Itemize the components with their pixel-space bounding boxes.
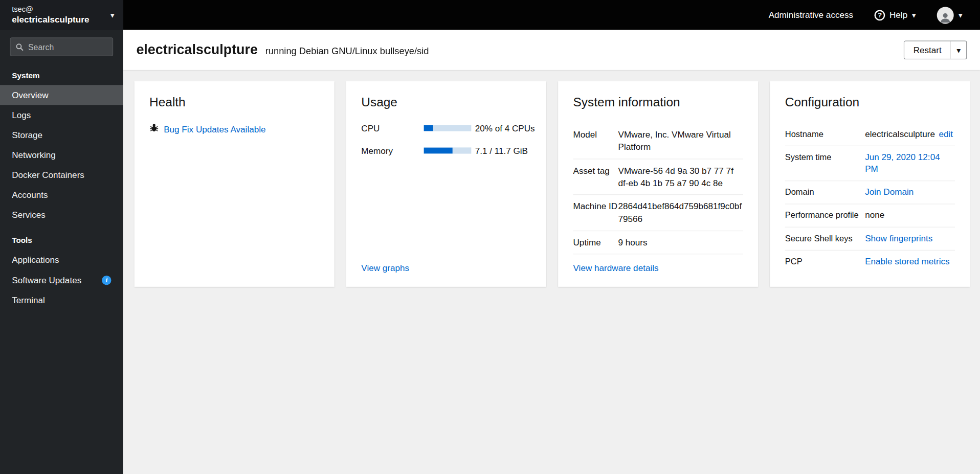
health-updates-item: Bug Fix Updates Available — [149, 123, 319, 135]
restart-split-button: Restart ▾ — [904, 40, 967, 59]
masthead: Administrative access ? Help ▾ ▾ — [123, 0, 980, 30]
row-label: System time — [785, 152, 865, 164]
nav-section-tools: Tools — [0, 225, 123, 250]
join-domain-link[interactable]: Join Domain — [865, 186, 914, 198]
sidebar-item-services[interactable]: Services — [0, 205, 123, 225]
row-label: Hostname — [785, 129, 865, 141]
row-label: Domain — [785, 187, 865, 198]
row-value: 9 hours — [618, 236, 743, 249]
sidebar-item-label: Software Updates — [12, 275, 81, 285]
table-row-asset-tag: Asset tag VMware-56 4d 9a 30 b7 77 7f df… — [573, 159, 743, 195]
show-fingerprints-link[interactable]: Show fingerprints — [865, 232, 932, 244]
row-value: VMware-56 4d 9a 30 b7 77 7f df-eb 4b 1b … — [618, 164, 743, 190]
sidebar-item-software-updates[interactable]: Software Updates i — [0, 270, 123, 290]
sidebar-item-networking[interactable]: Networking — [0, 145, 123, 165]
row-label: Uptime — [573, 236, 618, 249]
chevron-down-icon: ▾ — [912, 11, 916, 19]
cpu-label: CPU — [361, 123, 424, 133]
chevron-down-icon: ▾ — [959, 11, 963, 19]
memory-label: Memory — [361, 146, 424, 156]
system-information-table: Model VMware, Inc. VMware Virtual Platfo… — [573, 123, 743, 263]
overview-cards: Health Bug Fix Updates Available Usage C… — [123, 70, 980, 298]
bug-fix-updates-link[interactable]: Bug Fix Updates Available — [164, 124, 265, 134]
sidebar-nav: System Overview Logs Storage Networking … — [0, 60, 123, 474]
row-label: Performance profile — [785, 210, 865, 222]
page-header: electricalsculpture running Debian GNU/L… — [123, 30, 980, 70]
page-title-group: electricalsculpture running Debian GNU/L… — [136, 42, 429, 58]
usage-card: Usage CPU 20% of 4 CPUs Memory 7.1 / 11.… — [346, 81, 546, 287]
sidebar-item-applications[interactable]: Applications — [0, 250, 123, 270]
row-value: none — [865, 209, 884, 221]
host-switcher[interactable]: tsec@ electricalsculpture ▾ — [0, 0, 123, 30]
host-switcher-text: tsec@ electricalsculpture — [12, 5, 110, 25]
help-label: Help — [889, 10, 907, 20]
sidebar-item-accounts[interactable]: Accounts — [0, 185, 123, 205]
table-row-domain: Domain Join Domain — [785, 181, 955, 204]
restart-dropdown-toggle[interactable]: ▾ — [950, 41, 966, 59]
avatar — [937, 7, 954, 24]
row-value: VMware, Inc. VMware Virtual Platform — [618, 128, 743, 153]
sidebar-item-storage[interactable]: Storage — [0, 125, 123, 145]
table-row-hostname: Hostname electricalsculpture edit — [785, 123, 955, 146]
cpu-usage-value: 20% of 4 CPUs — [471, 123, 534, 133]
card-title-usage: Usage — [361, 95, 531, 109]
chevron-down-icon: ▾ — [956, 46, 961, 54]
nav-section-system: System — [0, 60, 123, 85]
help-icon: ? — [875, 10, 885, 20]
sidebar-item-docker-containers[interactable]: Docker Containers — [0, 165, 123, 185]
info-icon: i — [102, 275, 111, 284]
sidebar-search — [10, 37, 114, 56]
search-input[interactable] — [10, 37, 114, 56]
card-title-configuration: Configuration — [785, 95, 955, 109]
table-row-system-time: System time Jun 29, 2020 12:04 PM — [785, 146, 955, 182]
restart-button[interactable]: Restart — [905, 41, 950, 59]
memory-usage-row: Memory 7.1 / 11.7 GiB — [361, 146, 531, 156]
cpu-progress-bar — [424, 125, 471, 131]
memory-progress-fill — [424, 147, 453, 153]
memory-progress-bar — [424, 147, 471, 153]
view-graphs-link[interactable]: View graphs — [361, 263, 531, 274]
chevron-down-icon: ▾ — [110, 11, 115, 19]
table-row-secure-shell-keys: Secure Shell keys Show fingerprints — [785, 228, 955, 251]
row-label: Secure Shell keys — [785, 233, 865, 245]
system-time-link[interactable]: Jun 29, 2020 12:04 PM — [865, 151, 955, 176]
sidebar-item-overview[interactable]: Overview — [0, 85, 123, 105]
os-release-text: running Debian GNU/Linux bullseye/sid — [265, 46, 429, 56]
table-row-pcp: PCP Enable stored metrics — [785, 251, 955, 273]
configuration-table: Hostname electricalsculpture edit System… — [785, 123, 955, 273]
row-value: electricalsculpture — [865, 128, 935, 140]
enable-stored-metrics-link[interactable]: Enable stored metrics — [865, 255, 949, 267]
page-title-hostname: electricalsculpture — [136, 42, 258, 58]
main-area: Administrative access ? Help ▾ ▾ electri… — [123, 0, 980, 474]
logged-in-user: tsec@ — [12, 5, 110, 14]
view-hardware-details-link[interactable]: View hardware details — [573, 263, 743, 274]
help-menu[interactable]: ? Help ▾ — [867, 6, 923, 24]
administrative-access-button[interactable]: Administrative access — [761, 6, 861, 24]
configuration-card: Configuration Hostname electricalsculptu… — [770, 81, 970, 287]
table-row-machine-id: Machine ID 2864d41bef864d759b681f9c0bf79… — [573, 195, 743, 231]
search-icon — [16, 42, 24, 54]
session-menu[interactable]: ▾ — [930, 3, 970, 27]
card-title-health: Health — [149, 95, 319, 109]
health-card: Health Bug Fix Updates Available — [135, 81, 335, 287]
row-value: 2864d41bef864d759b681f9c0bf79566 — [618, 200, 743, 225]
table-row-performance-profile: Performance profile none — [785, 205, 955, 228]
row-label: PCP — [785, 256, 865, 268]
sidebar: tsec@ electricalsculpture ▾ System Overv… — [0, 0, 123, 474]
table-row-model: Model VMware, Inc. VMware Virtual Platfo… — [573, 123, 743, 159]
memory-usage-value: 7.1 / 11.7 GiB — [471, 146, 531, 156]
cpu-usage-row: CPU 20% of 4 CPUs — [361, 123, 531, 133]
bug-icon — [149, 123, 159, 135]
row-label: Model — [573, 128, 618, 153]
cpu-progress-fill — [424, 125, 433, 131]
card-title-system-information: System information — [573, 95, 743, 109]
hostname-edit-link[interactable]: edit — [939, 128, 953, 140]
row-label: Machine ID — [573, 200, 618, 225]
host-name: electricalsculpture — [12, 14, 110, 25]
table-row-uptime: Uptime 9 hours — [573, 231, 743, 255]
app-window: tsec@ electricalsculpture ▾ System Overv… — [0, 0, 980, 474]
sidebar-item-terminal[interactable]: Terminal — [0, 290, 123, 310]
system-information-card: System information Model VMware, Inc. VM… — [558, 81, 758, 287]
sidebar-item-logs[interactable]: Logs — [0, 105, 123, 125]
row-label: Asset tag — [573, 164, 618, 190]
